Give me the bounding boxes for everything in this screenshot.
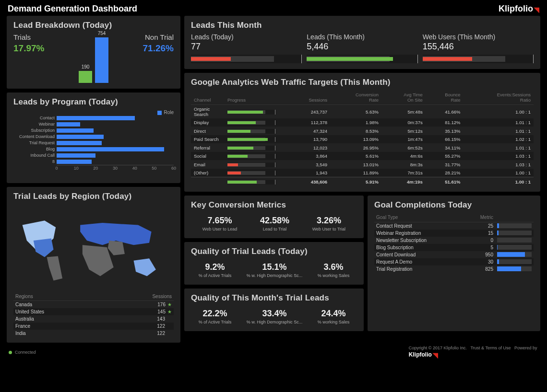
table-row[interactable]: Referral 12,023 26.95% 6m:52s 34.11% 1.0… — [191, 143, 534, 151]
panel-title: Leads by Program (Today) — [13, 97, 174, 107]
metric-value: 33.4% — [247, 309, 303, 319]
metric-value: 24.4% — [318, 309, 350, 319]
metric-label: Web User to Trial — [312, 227, 345, 231]
table-row[interactable]: Blog Subscription 5 — [374, 244, 534, 251]
cell-time: 4m:6s — [381, 152, 426, 160]
metric-item: 22.2%% of Active Trials — [199, 309, 232, 324]
cell-channel: Social — [191, 152, 225, 160]
cell-goal-type: Content Download — [374, 251, 478, 258]
table-row[interactable]: France122 — [13, 323, 174, 330]
progress-bar — [227, 137, 275, 142]
table-row[interactable]: Newsletter Subscription 0 — [374, 237, 534, 244]
page-title: Demand Generation Dashboard — [8, 4, 137, 14]
table-row[interactable]: Australia143 — [13, 315, 174, 323]
metric-item: 15.1%% w. High Demographic Sc... — [247, 262, 303, 278]
cell-time: 1m:47s — [381, 135, 426, 143]
table-row[interactable]: Contact Request 25 — [374, 222, 534, 230]
progress-bar — [227, 146, 275, 150]
table-row[interactable]: Trial Registration 825 — [374, 265, 534, 273]
kpi-value: 5,446 — [307, 42, 417, 52]
cell-bounce: 35.13% — [426, 127, 464, 135]
metric-label: % working Sales — [318, 320, 350, 324]
cell-goal-type: Newsletter Subscription — [374, 237, 478, 244]
terms-link[interactable]: Trust & Terms of Use — [470, 346, 511, 350]
cell-goal-type: Blog Subscription — [374, 244, 478, 251]
chart-bar-row: 8 — [57, 159, 174, 164]
metric-item: 33.4%% w. High Demographic Sc... — [247, 309, 303, 324]
table-row[interactable]: Webinar Registration 15 — [374, 230, 534, 237]
bar-value: 754 — [98, 31, 106, 36]
footer-brand: Klipfolio◥ — [409, 350, 538, 359]
metric-value: 7.65% — [202, 216, 237, 226]
kpi-title: Leads (This Month) — [307, 33, 417, 41]
table-row[interactable]: Canada176★ — [13, 301, 174, 309]
goal-bar — [497, 245, 532, 250]
cell-region: France — [13, 323, 107, 330]
table-row[interactable]: Request A Demo 30 — [374, 258, 534, 265]
cell-sessions: 122 — [107, 330, 174, 337]
bar-fill — [57, 160, 92, 164]
axis-tick: 0 — [55, 166, 58, 171]
chart-legend: Role — [13, 110, 174, 115]
cell-sessions: 143 — [107, 315, 174, 323]
panel-title: Goal Completions Today — [374, 200, 534, 210]
star-icon: ★ — [166, 309, 172, 314]
cell-sessions: 12,023 — [287, 143, 330, 151]
panel-title: Google Analytics Web Traffic Targets (Th… — [191, 78, 534, 87]
table-row[interactable]: Content Download 950 — [374, 251, 534, 258]
goal-bar — [497, 266, 532, 271]
metric-item: 3.26%Web User to Trial — [312, 216, 345, 231]
metric-value: 3.6% — [318, 262, 350, 272]
metric-label: % working Sales — [318, 273, 350, 278]
nontrial-pct: 71.26% — [143, 43, 174, 54]
trials-pct: 17.97% — [13, 43, 44, 54]
table-row[interactable]: Organic Search 243,737 5.63% 5m:48s 41.6… — [191, 105, 534, 119]
panel-quality-today: Quality of Trial Leads (Today) 9.2%% of … — [184, 242, 364, 285]
kpi-value: 77 — [191, 42, 302, 52]
table-total-row: 438,6065.91%4m:19s51.61%1.00 : 1 — [191, 177, 534, 186]
cell-sessions: 3,549 — [287, 160, 330, 168]
axis-tick: 30 — [113, 166, 118, 171]
kpi-progress — [307, 55, 417, 63]
cell-region: United States — [13, 308, 107, 315]
panel-ga-targets: Google Analytics Web Traffic Targets (Th… — [184, 73, 540, 192]
table-row[interactable]: Social 3,864 5.61% 4m:6s 55.27% 1.03 : 1 — [191, 152, 534, 160]
cell-metric: 0 — [478, 237, 495, 244]
table-row[interactable]: (Other) 1,943 11.89% 7m:31s 28.21% 1.00 … — [191, 169, 534, 177]
table-row[interactable]: Display 112,378 1.98% 0m:37s 81.12% 1.01… — [191, 118, 534, 127]
brand-logo: Klipfolio◥ — [499, 4, 539, 14]
col-region: Regions — [13, 292, 107, 301]
bar-category: Inbound Call — [13, 153, 55, 158]
col-header: BounceRate — [426, 90, 464, 105]
metric-item: 7.65%Web User to Lead — [202, 216, 237, 231]
metric-value: 22.2% — [199, 309, 232, 319]
company-link[interactable]: Klipfolio Inc. — [444, 346, 467, 350]
panel-key-conversion: Key Conversion Metrics 7.65%Web User to … — [184, 196, 364, 238]
chart-bar-row: Content Download — [57, 134, 174, 139]
metric-value: 9.2% — [199, 262, 232, 272]
cell-sessions: 112,378 — [287, 118, 330, 127]
col-header: Channel — [191, 90, 225, 105]
col-metric: Metric — [478, 213, 495, 222]
panel-title: Quality of This Month's Trial Leads — [191, 293, 357, 303]
cell-time: 5m:12s — [381, 127, 426, 135]
table-row[interactable]: India122 — [13, 330, 174, 337]
bar-fill — [57, 122, 80, 127]
table-row[interactable]: Direct 47,324 8.53% 5m:12s 35.13% 1.01 :… — [191, 127, 534, 135]
table-row[interactable]: Paid Search 13,790 13.09% 1m:47s 66.15% … — [191, 135, 534, 143]
table-row[interactable]: United States145★ — [13, 308, 174, 315]
bar-fill — [57, 135, 104, 139]
cell-metric: 25 — [478, 222, 495, 230]
cell-channel: Paid Search — [191, 135, 225, 143]
progress-bar — [227, 171, 275, 175]
cell-metric: 30 — [478, 258, 495, 265]
metric-label: Web User to Lead — [202, 227, 237, 231]
table-row[interactable]: Email 3,549 13.01% 8m:3s 31.77% 1.03 : 1 — [191, 160, 534, 168]
kpi-card: Leads (Today) 77 — [191, 33, 302, 63]
goal-bar — [497, 231, 532, 235]
cell-goal-type: Contact Request — [374, 222, 478, 230]
connection-status: Connected — [9, 350, 36, 355]
cell-bounce: 41.66% — [426, 105, 464, 119]
cell-goal-type: Webinar Registration — [374, 230, 478, 237]
cell-time: 0m:37s — [381, 118, 426, 127]
